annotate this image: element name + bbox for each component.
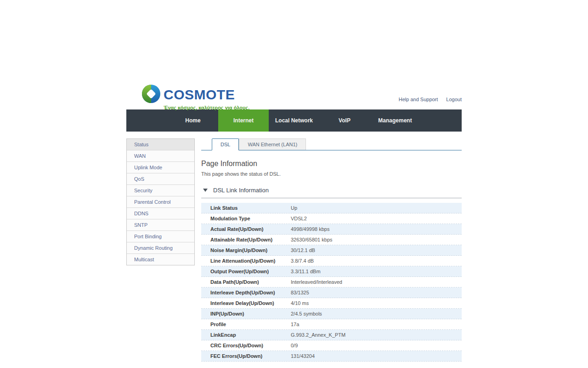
row-label: Link Status	[210, 205, 291, 211]
sidebar-item-ddns[interactable]: DDNS	[127, 208, 194, 219]
dsl-link-information-table: Link Status Up Modulation Type VDSL2 Act…	[201, 203, 462, 362]
collapse-arrow-icon[interactable]	[203, 189, 208, 192]
sidebar-item-parental-control[interactable]: Parental Control	[127, 196, 194, 208]
row-value: Up	[291, 205, 297, 211]
row-label: INP(Up/Down)	[210, 311, 291, 316]
tab-bar: DSL WAN Ethernet (LAN1)	[201, 138, 462, 150]
cosmote-logo-icon	[141, 84, 161, 105]
row-value: 83/1325	[291, 290, 309, 295]
table-row: FEC Errors(Up/Down) 131/43204	[201, 351, 462, 362]
header: COSMOTE Ένας κόσμος, καλύτερος για όλους…	[126, 84, 462, 109]
logo-wordmark: COSMOTE	[164, 88, 235, 102]
help-and-support-link[interactable]: Help and Support	[399, 97, 438, 102]
main-row: Status WAN Uplink Mode QoS Security Pare…	[126, 138, 462, 362]
sidebar-item-wan[interactable]: WAN	[127, 150, 194, 162]
dsl-link-information-section-header: DSL Link Information	[201, 187, 462, 198]
main-nav: Home Internet Local Network VoIP Managem…	[126, 109, 462, 132]
row-label: Line Attenuation(Up/Down)	[210, 258, 291, 264]
content-area: DSL WAN Ethernet (LAN1) Page Information…	[201, 138, 462, 362]
table-row: LinkEncap G.993.2_Annex_K_PTM	[201, 330, 462, 340]
tab-dsl[interactable]: DSL	[212, 138, 239, 150]
row-value: 0/9	[291, 343, 298, 348]
row-label: Attainable Rate(Up/Down)	[210, 237, 291, 242]
row-value: 32630/65801 kbps	[291, 237, 333, 242]
nav-item-voip[interactable]: VoIP	[319, 109, 370, 132]
row-value: 3.8/7.4 dB	[291, 258, 314, 264]
logout-link[interactable]: Logout	[446, 97, 462, 102]
section-title: DSL Link Information	[213, 187, 269, 194]
logo-block: COSMOTE Ένας κόσμος, καλύτερος για όλους…	[141, 84, 249, 110]
sidebar-item-sntp[interactable]: SNTP	[127, 219, 194, 231]
sidebar-item-port-binding[interactable]: Port Binding	[127, 231, 194, 242]
table-row: Interleave Depth(Up/Down) 83/1325	[201, 288, 462, 298]
sidebar-item-status[interactable]: Status	[127, 139, 194, 150]
row-value: G.993.2_Annex_K_PTM	[291, 332, 345, 338]
table-row: Attainable Rate(Up/Down) 32630/65801 kbp…	[201, 235, 462, 245]
row-label: Interleave Depth(Up/Down)	[210, 290, 291, 295]
row-label: Interleave Delay(Up/Down)	[210, 300, 291, 306]
row-label: Modulation Type	[210, 216, 291, 221]
nav-item-management[interactable]: Management	[370, 109, 420, 132]
logo-row: COSMOTE	[141, 84, 249, 105]
page-title: Page Information	[201, 160, 462, 168]
row-value: Interleaved/Interleaved	[291, 279, 342, 285]
sidebar-item-uplink-mode[interactable]: Uplink Mode	[127, 162, 194, 173]
row-value: VDSL2	[291, 216, 307, 221]
row-label: FEC Errors(Up/Down)	[210, 353, 291, 359]
row-label: Noise Margin(Up/Down)	[210, 247, 291, 253]
row-value: 17a	[291, 322, 299, 327]
tab-wan-ethernet-lan1[interactable]: WAN Ethernet (LAN1)	[239, 138, 306, 150]
page-wrapper: COSMOTE Ένας κόσμος, καλύτερος για όλους…	[126, 0, 462, 362]
sidebar-item-security[interactable]: Security	[127, 185, 194, 196]
table-row: Profile 17a	[201, 319, 462, 330]
nav-item-internet[interactable]: Internet	[218, 109, 269, 132]
table-row: Data Path(Up/Down) Interleaved/Interleav…	[201, 277, 462, 288]
page-description: This page shows the status of DSL.	[201, 171, 462, 177]
row-value: 4/10 ms	[291, 300, 309, 306]
row-value: 2/4.5 symbols	[291, 311, 322, 316]
row-label: Profile	[210, 322, 291, 327]
sidebar-item-qos[interactable]: QoS	[127, 173, 194, 185]
row-label: CRC Errors(Up/Down)	[210, 343, 291, 348]
row-value: 4998/49998 kbps	[291, 226, 329, 232]
row-value: 30/12.1 dB	[291, 247, 315, 253]
row-value: 3.3/11.1 dBm	[291, 269, 321, 274]
nav-item-home[interactable]: Home	[168, 109, 218, 132]
sidebar-item-dynamic-routing[interactable]: Dynamic Routing	[127, 242, 194, 254]
header-links: Help and Support Logout	[399, 97, 462, 102]
table-row: Interleave Delay(Up/Down) 4/10 ms	[201, 298, 462, 309]
table-row: Line Attenuation(Up/Down) 3.8/7.4 dB	[201, 256, 462, 266]
row-label: Data Path(Up/Down)	[210, 279, 291, 285]
sidebar-item-multicast[interactable]: Multicast	[127, 254, 194, 265]
table-row: Link Status Up	[201, 203, 462, 213]
row-value: 131/43204	[291, 353, 315, 359]
nav-item-local-network[interactable]: Local Network	[269, 109, 319, 132]
table-row: CRC Errors(Up/Down) 0/9	[201, 340, 462, 351]
table-row: Modulation Type VDSL2	[201, 213, 462, 224]
row-label: LinkEncap	[210, 332, 291, 338]
table-row: INP(Up/Down) 2/4.5 symbols	[201, 309, 462, 319]
sidebar: Status WAN Uplink Mode QoS Security Pare…	[126, 138, 195, 265]
table-row: Output Power(Up/Down) 3.3/11.1 dBm	[201, 266, 462, 277]
row-label: Actual Rate(Up/Down)	[210, 226, 291, 232]
table-row: Actual Rate(Up/Down) 4998/49998 kbps	[201, 224, 462, 235]
row-label: Output Power(Up/Down)	[210, 269, 291, 274]
table-row: Noise Margin(Up/Down) 30/12.1 dB	[201, 245, 462, 256]
